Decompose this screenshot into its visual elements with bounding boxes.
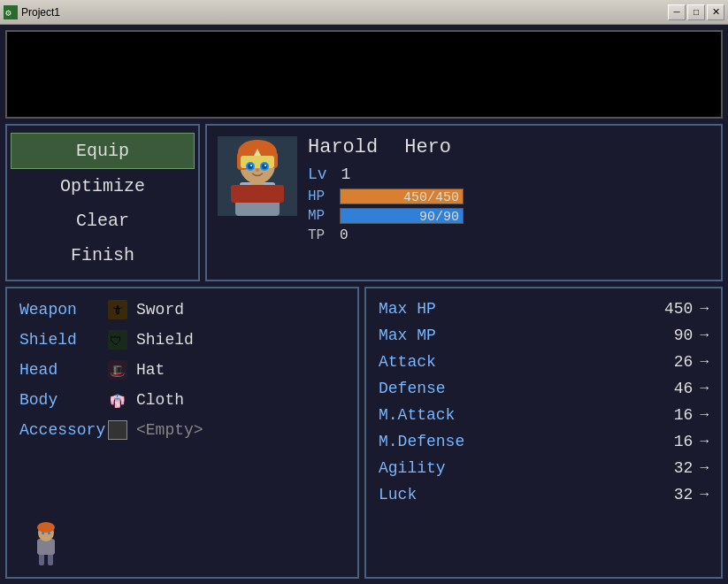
small-sprite: [28, 519, 64, 568]
luck-label: Luck: [379, 486, 485, 503]
agility-right: 32 →: [648, 459, 709, 477]
attack-value: 26: [648, 353, 693, 371]
equip-name-shield: Shield: [136, 331, 194, 349]
hp-row: HP 450/450: [308, 188, 710, 204]
char-info: Harold Hero Lv 1 HP 450/450: [308, 136, 710, 269]
mattack-right: 16 →: [648, 406, 709, 424]
luck-value: 32: [648, 486, 693, 503]
equip-slot-body: Body: [19, 391, 99, 409]
mattack-value: 16: [648, 406, 693, 424]
maxmp-arrow: →: [700, 327, 709, 343]
title-bar-left: ⚙ Project1: [4, 5, 60, 19]
lv-value: 1: [341, 165, 351, 183]
menu-panel: Equip Optimize Clear Finish: [5, 124, 200, 281]
char-class: Hero: [404, 136, 451, 158]
mattack-label: M.Attack: [379, 406, 485, 424]
shield-icon: 🛡: [108, 330, 127, 350]
maxmp-right: 90 →: [648, 327, 709, 344]
mp-label: MP: [308, 208, 333, 224]
head-icon: 🎩: [108, 360, 127, 380]
mdefense-label: M.Defense: [379, 433, 485, 450]
menu-item-finish[interactable]: Finish: [7, 238, 198, 273]
luck-arrow: →: [700, 487, 709, 503]
equip-name-body: Cloth: [136, 391, 184, 409]
char-panel: Harold Hero Lv 1 HP 450/450: [205, 124, 723, 281]
menu-item-optimize[interactable]: Optimize: [7, 169, 198, 204]
menu-item-equip[interactable]: Equip: [11, 133, 195, 169]
agility-arrow: →: [700, 460, 709, 476]
weapon-icon: 🗡: [108, 300, 127, 319]
mp-bar-container: 90/90: [340, 208, 464, 224]
title-buttons: ─ □ ✕: [668, 4, 724, 20]
mattack-arrow: →: [700, 407, 709, 423]
equip-row-accessory[interactable]: Accessory <Empty>: [19, 418, 345, 442]
svg-rect-11: [241, 156, 274, 168]
maxmp-label: Max MP: [379, 327, 485, 344]
accessory-icon-box: [108, 420, 127, 440]
equip-slot-shield: Shield: [19, 331, 99, 349]
stat-line-attack: Attack 26 →: [379, 350, 709, 373]
svg-point-33: [37, 522, 55, 533]
defense-arrow: →: [700, 380, 709, 396]
char-name: Harold: [308, 136, 378, 158]
maxhp-arrow: →: [700, 301, 709, 317]
close-button[interactable]: ✕: [707, 4, 724, 20]
svg-rect-30: [48, 553, 53, 565]
game-window: Equip Optimize Clear Finish: [0, 25, 728, 584]
svg-rect-6: [231, 185, 284, 203]
maxmp-value: 90: [648, 327, 693, 344]
app-icon: ⚙: [4, 5, 18, 19]
lv-label: Lv: [308, 165, 327, 183]
defense-value: 46: [648, 380, 693, 397]
svg-point-17: [250, 165, 252, 166]
svg-text:👘: 👘: [110, 394, 126, 409]
agility-label: Agility: [379, 459, 485, 477]
stat-line-maxmp: Max MP 90 →: [379, 324, 709, 347]
restore-button[interactable]: □: [687, 4, 705, 20]
svg-text:🎩: 🎩: [110, 364, 126, 379]
title-text: Project1: [21, 6, 60, 19]
equip-row-head[interactable]: Head 🎩 Hat: [19, 357, 345, 382]
tp-label: TP: [308, 227, 333, 243]
top-panel: [5, 30, 723, 119]
attack-label: Attack: [379, 353, 485, 371]
stats-panel: Max HP 450 → Max MP 90 → Attack 26 →: [364, 287, 723, 579]
mdefense-value: 16: [648, 433, 693, 450]
stat-line-mattack: M.Attack 16 →: [379, 403, 709, 426]
character-portrait: [218, 136, 297, 216]
stat-line-maxhp: Max HP 450 →: [379, 297, 709, 320]
minimize-button[interactable]: ─: [668, 4, 686, 20]
equip-row-weapon[interactable]: Weapon 🗡 Sword: [19, 297, 345, 322]
svg-point-19: [256, 168, 259, 172]
title-bar: ⚙ Project1 ─ □ ✕: [0, 0, 728, 25]
equip-name-head: Hat: [136, 361, 165, 379]
equip-row-shield[interactable]: Shield 🛡 Shield: [19, 327, 345, 352]
menu-item-clear[interactable]: Clear: [7, 204, 198, 238]
hp-bar-container: 450/450: [340, 188, 464, 204]
defense-label: Defense: [379, 380, 485, 397]
stat-line-mdefense: M.Defense 16 →: [379, 430, 709, 453]
stat-line-luck: Luck 32 →: [379, 483, 709, 506]
hp-value: 450/450: [403, 190, 459, 205]
attack-arrow: →: [700, 354, 709, 370]
svg-point-16: [262, 164, 267, 169]
svg-point-18: [264, 165, 266, 166]
mdefense-right: 16 →: [648, 433, 709, 450]
body-icon: 👘: [108, 390, 127, 410]
attack-right: 26 →: [648, 353, 709, 371]
stat-line-agility: Agility 32 →: [379, 457, 709, 480]
svg-text:🛡: 🛡: [110, 334, 122, 349]
svg-rect-29: [39, 553, 44, 565]
equip-slot-weapon: Weapon: [19, 301, 99, 319]
bottom-section: Weapon 🗡 Sword Shield 🛡 Shield Head 🎩: [5, 287, 723, 579]
tp-value: 0: [340, 227, 349, 243]
sprite-area: [19, 448, 345, 568]
mp-value: 90/90: [419, 210, 459, 225]
equip-row-body[interactable]: Body 👘 Cloth: [19, 388, 345, 412]
tp-row: TP 0: [308, 227, 710, 243]
svg-rect-34: [42, 532, 44, 534]
luck-right: 32 →: [648, 486, 709, 503]
hp-label: HP: [308, 188, 333, 204]
stat-line-defense: Defense 46 →: [379, 377, 709, 400]
maxhp-right: 450 →: [648, 300, 709, 318]
